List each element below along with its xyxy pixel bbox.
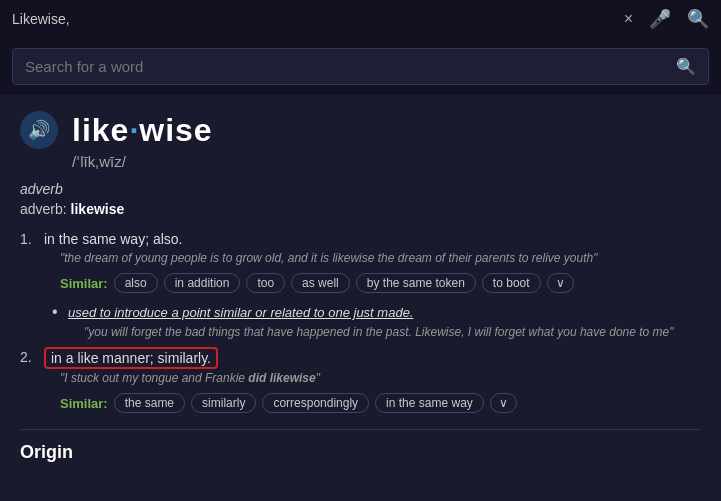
- title-bar-left: Likewise,: [12, 11, 70, 27]
- quote-before: "I stuck out my tongue and Frankie: [60, 371, 248, 385]
- search-button[interactable]: 🔍: [676, 57, 696, 76]
- title-bar-right: × 🎤 🔍: [624, 8, 709, 30]
- word-title: like·wise: [72, 112, 213, 149]
- tag-correspondingly[interactable]: correspondingly: [262, 393, 369, 413]
- mic-icon[interactable]: 🎤: [649, 8, 671, 30]
- word-dot: ·: [129, 112, 139, 148]
- definition-item-2: 2. in a like manner; similarly. "I stuck…: [20, 349, 701, 413]
- search-bar: 🔍: [0, 38, 721, 95]
- def-main-2: in a like manner; similarly.: [44, 347, 218, 369]
- tag-by-same-token[interactable]: by the same token: [356, 273, 476, 293]
- search-icon-top[interactable]: 🔍: [687, 8, 709, 30]
- tag-in-addition[interactable]: in addition: [164, 273, 241, 293]
- similar-label-1: Similar:: [60, 276, 108, 291]
- pos-bold: likewise: [71, 201, 125, 217]
- word-part2: wise: [139, 112, 212, 148]
- speaker-button[interactable]: 🔊: [20, 111, 58, 149]
- similar-row-2: Similar: the same similarly correspondin…: [44, 393, 701, 413]
- definition-item-1: 1. in the same way; also. "the dream of …: [20, 231, 701, 339]
- tag-the-same[interactable]: the same: [114, 393, 185, 413]
- def-number-2: 2.: [20, 349, 36, 413]
- similar-label-2: Similar:: [60, 396, 108, 411]
- tag-more-1[interactable]: ∨: [547, 273, 574, 293]
- phonetic: /ˈlīkˌwīz/: [72, 153, 701, 171]
- tag-similarly[interactable]: similarly: [191, 393, 256, 413]
- part-of-speech-line: adverb: likewise: [20, 201, 701, 217]
- word-part1: like: [72, 112, 129, 148]
- def-content-2: in a like manner; similarly. "I stuck ou…: [44, 349, 701, 413]
- origin-section: Origin: [20, 429, 701, 463]
- origin-title: Origin: [20, 442, 73, 462]
- part-of-speech: adverb: [20, 181, 701, 197]
- similar-row-1: Similar: also in addition too as well by…: [44, 273, 701, 293]
- tag-to-boot[interactable]: to boot: [482, 273, 541, 293]
- bullet-item: • used to introduce a point similar or r…: [52, 303, 701, 339]
- quote-after: ": [316, 371, 320, 385]
- title-bar: Likewise, × 🎤 🔍: [0, 0, 721, 38]
- bullet-quote: "you will forget the bad things that hav…: [68, 325, 701, 339]
- tag-too[interactable]: too: [246, 273, 285, 293]
- word-header: 🔊 like·wise: [20, 111, 701, 149]
- def-main-2-wrapper: in a like manner; similarly.: [44, 349, 701, 367]
- main-content: 🔊 like·wise /ˈlīkˌwīz/ adverb adverb: li…: [0, 95, 721, 479]
- bullet-icon: •: [52, 303, 58, 320]
- search-input[interactable]: [25, 58, 676, 75]
- tag-more-2[interactable]: ∨: [490, 393, 517, 413]
- def-main-1: in the same way; also.: [44, 231, 701, 247]
- search-input-wrapper: 🔍: [12, 48, 709, 85]
- title-text: Likewise,: [12, 11, 70, 27]
- bullet-def: used to introduce a point similar or rel…: [68, 305, 413, 320]
- def-number-1: 1.: [20, 231, 36, 339]
- quote-bold: did likewise: [248, 371, 315, 385]
- speaker-icon: 🔊: [28, 119, 50, 141]
- tag-as-well[interactable]: as well: [291, 273, 350, 293]
- pos-label: adverb:: [20, 201, 67, 217]
- close-icon[interactable]: ×: [624, 10, 633, 28]
- def-content-1: in the same way; also. "the dream of you…: [44, 231, 701, 339]
- def-quote-1: "the dream of young people is to grow ol…: [44, 251, 701, 265]
- tag-also[interactable]: also: [114, 273, 158, 293]
- tag-in-the-same-way[interactable]: in the same way: [375, 393, 484, 413]
- def-quote-2: "I stuck out my tongue and Frankie did l…: [44, 371, 701, 385]
